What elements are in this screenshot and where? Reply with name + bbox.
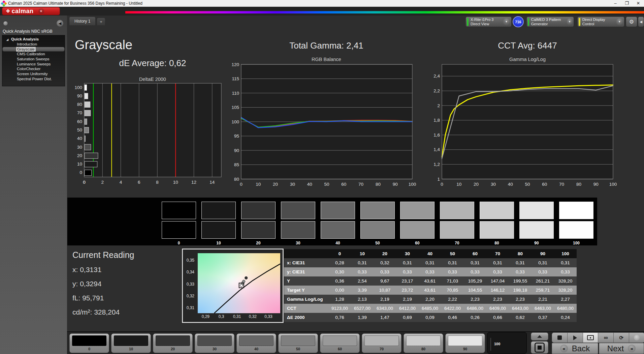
next-button[interactable]: Next »: [599, 343, 644, 354]
table-cell: 6527,00: [351, 304, 374, 313]
pattern-level-label: 50: [279, 347, 318, 351]
panel-collapse-button[interactable]: ◀: [638, 17, 644, 27]
calman-diamond-icon: ❖: [6, 8, 10, 14]
pattern-window-button[interactable]: [583, 333, 599, 343]
table-cell: 328,20: [554, 286, 577, 295]
play-button[interactable]: [568, 333, 583, 343]
pattern-swatch: [156, 335, 190, 346]
pattern-level-label: 60: [320, 347, 359, 351]
table-row-label: x: CIE31: [284, 258, 328, 267]
svg-text:120: 120: [231, 62, 239, 67]
back-button[interactable]: « Back: [552, 343, 598, 354]
svg-text:80: 80: [77, 102, 82, 107]
table-cell: 0,31: [554, 258, 577, 267]
tree-root-quick-analysis[interactable]: ◢ Quick Analysis: [2, 37, 65, 42]
pattern-button-70[interactable]: 70: [362, 333, 401, 353]
table-cell: 71,03: [441, 276, 464, 286]
swatch-level-label: 90: [519, 241, 554, 245]
pattern-level-label: 10: [111, 347, 151, 351]
app-icon: [1, 0, 7, 6]
pattern-button-90[interactable]: 90: [445, 333, 485, 353]
table-cell: 6463,00: [532, 304, 554, 313]
table-cell: 0,31: [532, 258, 554, 267]
sidebar-item-grayscale[interactable]: Grayscale: [2, 47, 65, 52]
svg-text:70: 70: [77, 110, 82, 115]
sidebar-item-luminance-sweeps[interactable]: Luminance Sweeps: [2, 62, 65, 67]
tab-history-1[interactable]: History 1: [69, 17, 96, 25]
tree-expand-icon[interactable]: ◢: [6, 37, 8, 42]
swatch-level-label: 0: [162, 241, 196, 245]
pattern-button-30[interactable]: 30: [195, 333, 234, 353]
chevron-down-icon[interactable]: ▼: [503, 18, 510, 25]
pattern-level-label: 40: [237, 347, 276, 351]
svg-text:10: 10: [456, 182, 461, 187]
pattern-window-button[interactable]: [531, 341, 548, 354]
svg-text:14: 14: [210, 180, 215, 185]
total-gamma-heading: Total Gamma: 2,41: [259, 40, 394, 51]
minimize-button[interactable]: –: [610, 0, 621, 7]
target-swatch-30: [281, 221, 315, 239]
pattern-button-20[interactable]: 20: [153, 333, 193, 353]
actual-swatch-20: [241, 202, 276, 219]
current-reading-y: y: 0,3294: [72, 280, 101, 288]
chevron-down-icon[interactable]: ▼: [567, 18, 572, 25]
cie-y-tick: 0,32: [182, 294, 194, 298]
pattern-button-40[interactable]: 40: [236, 333, 276, 353]
table-cell: 1,28: [328, 295, 351, 304]
close-button[interactable]: ✕: [633, 0, 644, 7]
pattern-button-60[interactable]: 60: [320, 333, 360, 353]
chevron-down-icon[interactable]: ▼: [38, 8, 44, 14]
table-cell: 147,04: [486, 276, 509, 286]
stop-button[interactable]: [552, 333, 568, 343]
table-cell: 328,20: [554, 276, 577, 286]
swatch-level-label: 60: [400, 241, 434, 245]
pattern-swatch: [364, 335, 399, 346]
sidebar-radio-button[interactable]: [3, 21, 8, 26]
settings-button[interactable]: ⚙: [626, 17, 637, 27]
meter-count-badge[interactable]: 716: [513, 16, 524, 27]
chevron-down-icon[interactable]: ▼: [616, 18, 623, 25]
rgb-balance-line-chart: 8085909510010511011512001020304050607080…: [228, 62, 416, 188]
svg-text:40: 40: [508, 182, 513, 187]
loop-button[interactable]: ⟳: [614, 333, 629, 343]
chevrons-left-icon: «: [560, 345, 568, 352]
sidebar-item-introduction[interactable]: Introduction: [2, 42, 65, 47]
table-cell: 6422,00: [441, 304, 464, 313]
table-cell: 2,54: [351, 276, 374, 286]
patch-panel-up-button[interactable]: [531, 332, 548, 341]
table-cell: 0,00: [328, 286, 351, 295]
blank-button[interactable]: [629, 333, 644, 343]
pattern-level-label: 0: [70, 347, 109, 351]
meter-select[interactable]: X-Rite i1Pro 3 Direct View ▼: [465, 17, 512, 27]
display-control-select[interactable]: Direct Display Control ▼: [577, 17, 624, 27]
sidebar-item-spectral-power-dist-[interactable]: Spectral Power Dist.: [2, 77, 65, 82]
pattern-button-0[interactable]: 0: [69, 333, 109, 353]
pattern-button-80[interactable]: 80: [404, 333, 443, 353]
calman-menu-button[interactable]: ❖ calman ▼: [2, 7, 60, 15]
title-bar: Calman 2025 Calman Ultimate for Business…: [0, 0, 644, 7]
table-cell: 0,09: [419, 313, 441, 322]
table-cell: 2,22: [441, 295, 464, 304]
pattern-button-50[interactable]: 50: [278, 333, 318, 353]
sidebar-item-cms-calibration[interactable]: CMS Calibration: [2, 52, 65, 57]
sidebar-item-screen-uniformity[interactable]: Screen Uniformity: [2, 71, 65, 77]
pattern-button-100[interactable]: 100: [487, 332, 527, 354]
sidebar-collapse-icon[interactable]: ◀: [57, 20, 63, 27]
sidebar-item-colorchecker[interactable]: ColorChecker: [2, 66, 65, 71]
restore-button[interactable]: ❐: [621, 0, 633, 7]
table-cell: 43,61: [419, 286, 441, 295]
sidebar-item-saturation-sweeps[interactable]: Saturation Sweeps: [2, 57, 65, 62]
continuous-button[interactable]: ∞: [598, 333, 614, 343]
table-row-label: Y: [284, 276, 328, 286]
svg-text:90: 90: [77, 93, 82, 98]
table-row: Target Y0,003,3910,8723,7243,6170,85104,…: [284, 286, 577, 295]
svg-text:10: 10: [173, 180, 178, 185]
table-cell: 6486,00: [464, 304, 486, 313]
table-cell: 6343,00: [374, 304, 396, 313]
table-cell: 0,33: [554, 267, 577, 276]
continuous-icon: ∞: [604, 334, 608, 341]
svg-text:50: 50: [77, 127, 82, 132]
pattern-button-10[interactable]: 10: [111, 333, 151, 353]
add-tab-button[interactable]: +: [97, 18, 105, 25]
pattern-generator-select[interactable]: CalMED 3 Pattern Generator ▼: [526, 17, 574, 27]
